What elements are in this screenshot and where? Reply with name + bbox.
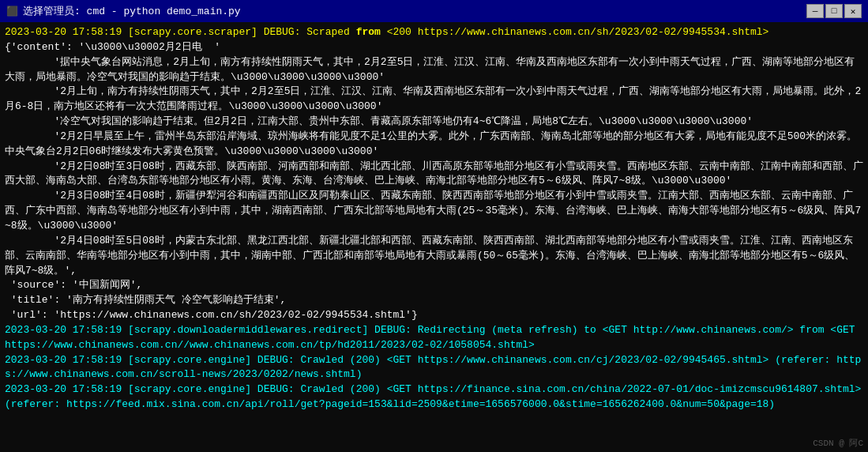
terminal-line: '据中央气象台网站消息，2月上旬，南方有持续性阴雨天气，其中，2月2至5日，江淮…	[5, 55, 863, 85]
terminal-line: '2月2日早晨至上午，雷州半岛东部沿岸海域、琼州海峡将有能见度不足1公里的大雾。…	[5, 130, 863, 160]
terminal-line: {'content': '\u3000\u30002月2日电 '	[5, 40, 863, 55]
terminal-line: 2023-03-20 17:58:19 [scrapy.core.engine]…	[5, 382, 863, 412]
title-bar: ⬛ 选择管理员: cmd - python demo_main.py — □ ✕	[0, 0, 868, 22]
terminal-line: 2023-03-20 17:58:19 [scrapy.core.scraper…	[5, 25, 863, 40]
title-bar-controls: — □ ✕	[806, 4, 862, 18]
cmd-icon: ⬛	[6, 6, 18, 17]
terminal-line: '2月4日08时至5日08时，内蒙古东北部、黑龙江西北部、新疆北疆北部和西部、西…	[5, 234, 863, 279]
terminal-line: 'url': 'https://www.chinanews.com.cn/sh/…	[5, 308, 863, 323]
terminal-line: 'source': '中国新闻网',	[5, 278, 863, 293]
watermark: CSDN @ 阿C	[813, 437, 863, 449]
terminal-line: '冷空气对我国的影响趋于结束。但2月2日，江南大部、贵州中东部、青藏高原东部等地…	[5, 115, 863, 130]
terminal-line: 2023-03-20 17:58:19 [scrapy.core.engine]…	[5, 353, 863, 383]
window-title: 选择管理员: cmd - python demo_main.py	[23, 4, 241, 18]
terminal-output: 2023-03-20 17:58:19 [scrapy.core.scraper…	[0, 22, 868, 452]
title-bar-left: ⬛ 选择管理员: cmd - python demo_main.py	[6, 4, 241, 18]
window-container: ⬛ 选择管理员: cmd - python demo_main.py — □ ✕…	[0, 0, 868, 452]
terminal-line: '2月3日08时至4日08时，新疆伊犁河谷和南疆西部山区及阿勒泰山区、西藏东南部…	[5, 189, 863, 234]
maximize-button[interactable]: □	[825, 4, 843, 18]
terminal-line: '2月2日08时至3日08时，西藏东部、陕西南部、河南西部和南部、湖北西北部、川…	[5, 160, 863, 190]
from-keyword: from	[356, 26, 381, 38]
terminal-line: 2023-03-20 17:58:19 [scrapy.downloadermi…	[5, 323, 863, 353]
terminal-line: '2月上旬，南方有持续性阴雨天气，其中，2月2至5日，江淮、江汉、江南、华南及西…	[5, 85, 863, 115]
terminal-line: 'title': '南方有持续性阴雨天气 冷空气影响趋于结束',	[5, 293, 863, 308]
minimize-button[interactable]: —	[806, 4, 824, 18]
close-button[interactable]: ✕	[844, 4, 862, 18]
